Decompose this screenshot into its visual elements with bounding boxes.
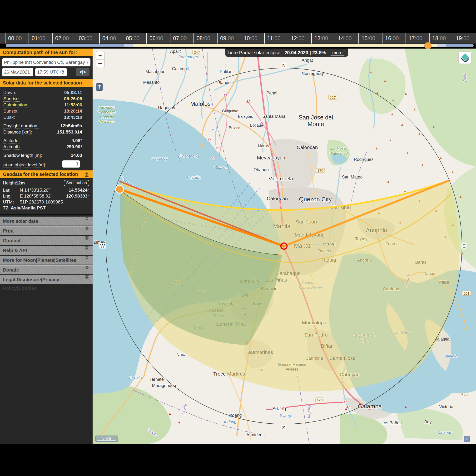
accordion-donate[interactable]: Donate (0, 265, 93, 274)
eclipse-more-button[interactable]: more (330, 50, 345, 56)
timeline-hours-bar[interactable]: 00:0001:0002:0003:0004:0005:0006:0007:00… (0, 33, 476, 44)
timeline-hour-08[interactable]: 08:00 (193, 33, 217, 44)
accordion-label: Print (3, 228, 14, 234)
timeline-hour-01[interactable]: 01:00 (29, 33, 52, 44)
time-input[interactable] (35, 68, 67, 76)
solar-row: Dusk:18:43:10 (0, 114, 93, 120)
solar-row: Altitude:4.08° (0, 137, 93, 144)
timeline-hour-16[interactable]: 16:00 (382, 33, 406, 44)
accordion-label: More for Moon|Planets|Satellites (3, 257, 76, 263)
solar-row-value: 4.08° (71, 138, 82, 143)
solar-row-label: Culmination: (3, 102, 29, 108)
set-latlon-button[interactable]: Set Lat/Lon (64, 180, 89, 186)
object-level-label: at an object level [m]: (3, 162, 46, 168)
accordion-legal-disclosure-privacy-policy-cookies[interactable]: Legal Disclosure|Privacy Policy|Cookies (0, 275, 93, 284)
computation-panel-title: Computation path of the sun for: (0, 49, 93, 57)
utm-label: UTM: (3, 200, 14, 205)
accordion-print[interactable]: Print (0, 226, 93, 235)
solar-row: Azimuth:290.90° (0, 144, 93, 150)
double-chevron-down-icon (85, 275, 89, 279)
slider-daylight (133, 44, 437, 47)
time-slider[interactable] (0, 44, 476, 48)
map-scale-bar: 5 km (95, 436, 118, 442)
timeline-hour-17[interactable]: 17:00 (406, 33, 429, 44)
solar-row-value: 151.553.014 (57, 130, 82, 135)
double-chevron-down-icon (85, 266, 89, 270)
geodata-title[interactable]: Geodata for the selected location (0, 170, 93, 178)
slider-night-right (446, 44, 474, 47)
solar-row-label: Shadow length [m]: (3, 153, 42, 158)
height-value: 12m (16, 180, 25, 186)
compass-north-label: N (281, 63, 287, 68)
info-button[interactable]: i (464, 436, 470, 442)
zoom-in-button[interactable]: + (96, 51, 104, 60)
double-chevron-down-icon (85, 227, 89, 230)
solar-row: Culmination:11:53:06 (0, 102, 93, 108)
double-chevron-down-icon (85, 236, 89, 240)
accordion-label: Donate (3, 267, 19, 272)
timeline-hour-13[interactable]: 13:00 (311, 33, 335, 44)
sun-position-dot[interactable] (116, 185, 124, 193)
solar-row: Shadow length [m]:14.03 (0, 152, 93, 158)
compass-east-label: E (461, 243, 466, 249)
height-label: Height: (3, 180, 17, 186)
timeline-hour-14[interactable]: 14:00 (335, 33, 358, 44)
timeline-hour-15[interactable]: 15:00 (358, 33, 382, 44)
solar-row: Sunset:18:20:14 (0, 108, 93, 114)
solar-row-value: 18:43:10 (64, 115, 82, 120)
lng-label: Lng: (3, 193, 12, 199)
layers-button[interactable] (459, 51, 472, 64)
timeline-hour-04[interactable]: 04:00 (99, 33, 123, 44)
accordion-more-for-moon-planets-satellites[interactable]: More for Moon|Planets|Satellites (0, 255, 93, 265)
timeline-hour-07[interactable]: 07:00 (170, 33, 193, 44)
solar-row-value: 12h54m9s (60, 123, 82, 129)
terrain-button[interactable]: T (96, 83, 103, 91)
timeline-hour-03[interactable]: 03:00 (76, 33, 99, 44)
timeline-hour-09[interactable]: 09:00 (217, 33, 241, 44)
timeline-hour-05[interactable]: 05:00 (123, 33, 146, 44)
time-slider-handle[interactable] (424, 42, 431, 49)
solar-row: Daylight duration:12h54m9s (0, 123, 93, 129)
timeline-hour-12[interactable]: 12:00 (288, 33, 311, 44)
timeline-hour-06[interactable]: 06:00 (146, 33, 170, 44)
solar-row-value: 05:03:11 (64, 90, 82, 95)
tz-label: TZ: (3, 205, 10, 211)
lat-decimal-value: 14.55424° (68, 187, 89, 193)
accordion-menu: More solar dataPrintContactHelp & APIMor… (0, 217, 93, 284)
timeline-hour-11[interactable]: 11:00 (264, 33, 288, 44)
slider-night-left (6, 44, 124, 47)
timeline-hour-10[interactable]: 10:00 (241, 33, 264, 44)
accordion-help-api[interactable]: Help & API (0, 246, 93, 255)
location-input[interactable] (2, 58, 90, 67)
solar-row-label: Distance [km]: (3, 130, 32, 135)
accordion-contact[interactable]: Contact (0, 236, 93, 245)
jump-to-now-button[interactable]: >|< (76, 68, 89, 76)
solar-row: Dawn:05:03:11 (0, 89, 93, 96)
map-canvas[interactable]: ApalitPampangaCalumpitMacabebePulilanAng… (93, 49, 476, 444)
timeline-hour-02[interactable]: 02:00 (52, 33, 76, 44)
solar-data-title: Solar data for the selected location (0, 79, 93, 87)
solar-row-label: Dawn: (3, 90, 16, 95)
accordion-more-solar-data[interactable]: More solar data (0, 217, 93, 226)
timeline-hour-00[interactable]: 00:00 (5, 33, 29, 44)
solar-row-label: Daylight duration: (3, 123, 38, 129)
eclipse-banner-value: 20.04.2023 | 23.8% (284, 50, 326, 55)
solar-row-label: Sunset: (3, 108, 18, 114)
collapse-double-chevron-up-icon[interactable] (85, 172, 89, 177)
lng-dms-value: E 120°58'58.92'' (20, 193, 52, 199)
sun-path-overlay (93, 49, 476, 444)
object-level-input[interactable] (62, 160, 80, 168)
tz-value: Asia/Manila PST (11, 205, 46, 211)
lat-dms-value: N 14°33'15.26'' (20, 187, 50, 193)
sidebar: Computation path of the sun for: >|< Sol… (0, 49, 93, 444)
zoom-out-button[interactable]: − (96, 60, 104, 68)
date-input[interactable] (2, 68, 33, 76)
slider-twilight-right (437, 44, 446, 47)
solar-row: Sunrise:05:26:05 (0, 96, 93, 102)
eclipse-banner-text: here Partial solar eclipse: (228, 50, 282, 55)
solar-row-label: Azimuth: (3, 144, 21, 150)
solar-row-label: Altitude: (3, 138, 20, 143)
timeline-hour-18[interactable]: 18:00 (429, 33, 453, 44)
timeline-hour-19[interactable]: 19:00 (453, 33, 476, 44)
solar-data-rows: Dawn:05:03:11Sunrise:05:26:05Culmination… (0, 87, 93, 159)
